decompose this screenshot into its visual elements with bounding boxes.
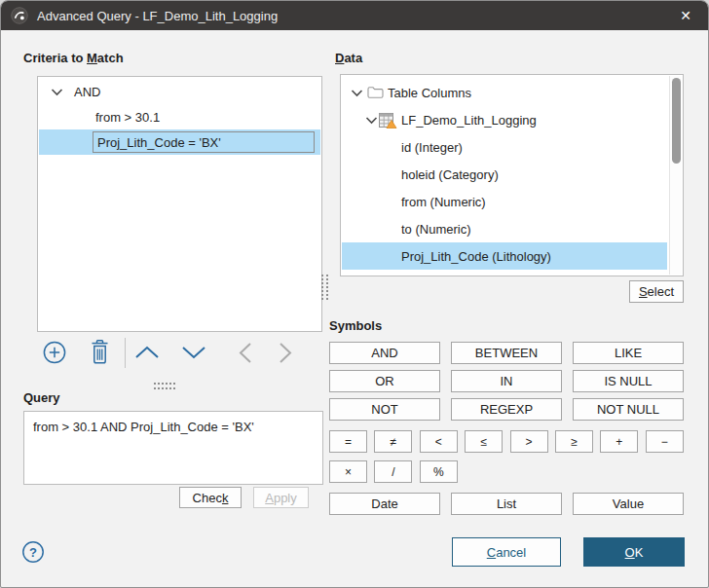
- data-node-holeid[interactable]: holeid (Category): [342, 161, 667, 188]
- criteria-node-from[interactable]: from > 30.1: [39, 104, 320, 129]
- criteria-tree: AND from > 30.1 Proj_Lith_Code = 'BX': [37, 76, 322, 332]
- data-node-label: LF_Demo_Lith_Logging: [401, 113, 537, 128]
- close-icon: ✕: [680, 8, 691, 23]
- data-node-to[interactable]: to (Numeric): [342, 215, 667, 242]
- operator-divide-button[interactable]: /: [374, 460, 412, 483]
- data-node-label: to (Numeric): [401, 222, 471, 237]
- symbol-in-button[interactable]: IN: [451, 370, 562, 392]
- operator-row-2: × / %: [329, 460, 458, 483]
- help-button[interactable]: ?: [21, 540, 45, 564]
- criteria-label: Criteria to Match: [23, 51, 124, 65]
- vertical-splitter-handle[interactable]: [321, 275, 328, 300]
- symbol-not-button[interactable]: NOT: [329, 398, 440, 421]
- toolbar-divider: [125, 338, 126, 368]
- operator-multiply-button[interactable]: ×: [329, 460, 367, 483]
- data-node-id[interactable]: id (Integer): [342, 133, 667, 161]
- move-right-button-disabled[interactable]: [278, 342, 293, 364]
- window-title: Advanced Query - LF_Demo_Lith_Logging: [37, 9, 278, 23]
- symbol-not-null-button[interactable]: NOT NULL: [573, 398, 684, 421]
- data-tree-scrollbar[interactable]: [669, 76, 682, 275]
- value-button[interactable]: Value: [573, 493, 684, 515]
- operator-not-equals-button[interactable]: ≠: [374, 430, 412, 453]
- close-button[interactable]: ✕: [663, 1, 708, 30]
- operator-greater-equal-button[interactable]: ≥: [555, 430, 593, 453]
- symbols-keyword-grid: AND BETWEEN LIKE OR IN IS NULL NOT REGEX…: [329, 342, 684, 421]
- data-node-from[interactable]: from (Numeric): [342, 188, 667, 215]
- operator-plus-button[interactable]: +: [600, 430, 638, 453]
- criteria-node-label: from > 30.1: [95, 110, 160, 125]
- move-down-button[interactable]: [181, 345, 206, 360]
- advanced-query-dialog: Advanced Query - LF_Demo_Lith_Logging ✕ …: [0, 0, 709, 588]
- symbol-or-button[interactable]: OR: [329, 370, 440, 392]
- list-button[interactable]: List: [451, 493, 562, 515]
- plus-circle-icon: [42, 340, 67, 365]
- data-node-label: Table Columns: [388, 86, 471, 100]
- delete-criteria-button[interactable]: [89, 339, 111, 365]
- date-button[interactable]: Date: [329, 493, 440, 515]
- operator-greater-than-button[interactable]: >: [510, 430, 548, 453]
- cancel-button[interactable]: Cancel: [452, 537, 561, 567]
- symbols-label: Symbols: [329, 318, 382, 333]
- value-button-row: Date List Value: [329, 493, 684, 515]
- symbol-like-button[interactable]: LIKE: [573, 342, 684, 364]
- data-node-table-columns[interactable]: Table Columns: [342, 79, 667, 106]
- trash-icon: [89, 339, 111, 365]
- svg-text:?: ?: [29, 545, 37, 560]
- query-text-area[interactable]: from > 30.1 AND Proj_Lith_Code = 'BX': [23, 411, 323, 485]
- symbol-between-button[interactable]: BETWEEN: [451, 342, 562, 364]
- query-text: from > 30.1 AND Proj_Lith_Code = 'BX': [33, 420, 254, 434]
- symbol-and-button[interactable]: AND: [329, 342, 440, 364]
- criteria-node-projlithcode-selected[interactable]: Proj_Lith_Code = 'BX': [39, 129, 320, 155]
- chevron-left-icon: [238, 342, 253, 364]
- move-up-button[interactable]: [134, 345, 160, 360]
- title-bar: Advanced Query - LF_Demo_Lith_Logging ✕: [1, 1, 708, 30]
- chevron-down-icon[interactable]: [51, 88, 63, 96]
- criteria-node-label: AND: [74, 85, 100, 99]
- data-node-projlithcode-selected[interactable]: Proj_Lith_Code (Lithology): [342, 242, 667, 270]
- add-criteria-button[interactable]: [42, 340, 67, 365]
- chevron-right-icon: [278, 342, 293, 364]
- operator-modulo-button[interactable]: %: [420, 460, 458, 483]
- ok-button[interactable]: OK: [583, 537, 685, 567]
- criteria-node-and[interactable]: AND: [39, 79, 320, 104]
- move-left-button-disabled[interactable]: [238, 342, 253, 364]
- scrollbar-thumb[interactable]: [672, 78, 681, 164]
- symbol-is-null-button[interactable]: IS NULL: [573, 370, 684, 392]
- operator-minus-button[interactable]: −: [646, 430, 684, 453]
- check-button[interactable]: Check: [179, 487, 242, 508]
- select-button[interactable]: Select: [629, 280, 684, 303]
- data-node-label: id (Integer): [401, 140, 463, 155]
- operator-equals-button[interactable]: =: [329, 430, 367, 453]
- data-label: Data: [335, 51, 362, 65]
- chevron-down-icon[interactable]: [365, 116, 378, 125]
- query-label: Query: [23, 390, 60, 405]
- table-warning-icon: [379, 113, 397, 129]
- data-node-label: Proj_Lith_Code (Lithology): [401, 249, 551, 264]
- help-icon: ?: [21, 540, 45, 564]
- criteria-node-edit-rect: Proj_Lith_Code = 'BX': [93, 131, 315, 153]
- operator-less-equal-button[interactable]: ≤: [465, 430, 503, 453]
- operator-row-1: = ≠ < ≤ > ≥ + −: [329, 430, 684, 453]
- criteria-node-label: Proj_Lith_Code = 'BX': [97, 135, 221, 150]
- symbol-regexp-button[interactable]: REGEXP: [451, 398, 562, 421]
- apply-button[interactable]: Apply: [253, 487, 309, 508]
- horizontal-splitter-handle[interactable]: [154, 383, 175, 389]
- app-logo-icon: [11, 7, 28, 24]
- chevron-down-icon: [181, 345, 206, 360]
- data-node-table[interactable]: LF_Demo_Lith_Logging: [342, 106, 667, 133]
- chevron-down-icon[interactable]: [351, 89, 363, 97]
- data-node-label: from (Numeric): [401, 195, 486, 209]
- data-node-label: holeid (Category): [401, 167, 499, 182]
- data-tree: Table Columns LF_Demo_Lith_Logging id (I…: [340, 74, 684, 276]
- chevron-up-icon: [134, 345, 160, 360]
- folder-icon: [367, 86, 384, 99]
- operator-less-than-button[interactable]: <: [420, 430, 458, 453]
